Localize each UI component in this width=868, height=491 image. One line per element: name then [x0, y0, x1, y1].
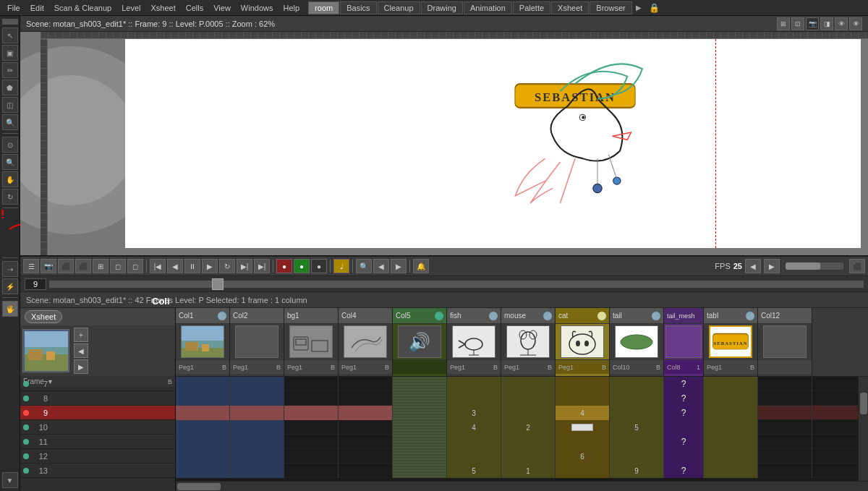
pb-color1[interactable]: ● [276, 259, 292, 273]
v-scroll-thumb[interactable] [860, 393, 867, 414]
cell-10-col5[interactable] [393, 420, 447, 435]
pb-render1[interactable]: ⬛ [58, 259, 74, 273]
menu-level[interactable]: Level [117, 2, 145, 14]
pb-prev[interactable]: ◀ [167, 259, 183, 273]
cell-10-col2[interactable] [230, 420, 284, 435]
menu-view[interactable]: View [209, 2, 235, 14]
pb-bbox2[interactable]: ◻ [127, 259, 143, 273]
pb-render2[interactable]: ⬛ [75, 259, 91, 273]
cell-13-fish[interactable]: 5 [447, 464, 501, 478]
menu-xsheet[interactable]: Xsheet [147, 2, 180, 14]
pb-play[interactable]: ▶ [202, 259, 218, 273]
tail-eye[interactable] [652, 312, 660, 320]
cell-9-col5[interactable] [393, 406, 447, 420]
cell-13-cat[interactable] [556, 464, 610, 478]
cell-8-col5[interactable] [393, 391, 447, 406]
tab-browser[interactable]: Browser [590, 1, 631, 14]
fps-up[interactable]: ▶ [764, 259, 780, 273]
cell-12-fish[interactable] [447, 449, 501, 464]
cell-8-mouse[interactable] [501, 391, 556, 406]
cell-11-cat[interactable] [556, 435, 610, 449]
cell-9-col12[interactable] [758, 406, 812, 420]
cell-10-fish[interactable]: 4 [447, 420, 501, 435]
tab-room[interactable]: room [308, 1, 339, 14]
pb-yellow[interactable]: ♩ [333, 259, 349, 273]
pb-arrow-l[interactable]: ◀ [373, 259, 389, 273]
cell-11-tabl[interactable] [704, 435, 758, 449]
xs-prev-btn[interactable]: ◀ [74, 343, 88, 358]
cell-8-cat[interactable] [556, 391, 610, 406]
cell-12-tail-mesh[interactable] [664, 449, 704, 464]
pb-end[interactable]: ⬛ [849, 259, 865, 273]
info-btn-4[interactable]: 👁 [835, 17, 848, 30]
cell-8-tabl[interactable] [704, 391, 758, 406]
tool-chevron-down[interactable]: ▼ [2, 472, 18, 488]
cell-11-bg1[interactable] [284, 435, 339, 449]
cell-13-tail[interactable]: 9 [610, 464, 664, 478]
cell-7-col4[interactable] [339, 377, 393, 391]
frame-scrubber[interactable] [49, 281, 864, 288]
tab-palette[interactable]: Palette [513, 1, 550, 14]
cell-13-tail-mesh[interactable]: ? [664, 464, 704, 478]
menu-help[interactable]: Help [278, 2, 304, 14]
tab-xsheet2[interactable]: Xsheet [551, 1, 589, 14]
tab-cleanup[interactable]: Cleanup [378, 1, 420, 14]
cell-12-mouse[interactable] [501, 449, 556, 464]
pb-pause[interactable]: ⏸ [184, 259, 200, 273]
cell-9-tabl[interactable] [704, 406, 758, 420]
cell-12-tabl[interactable] [704, 449, 758, 464]
cell-12-col2[interactable] [230, 449, 284, 464]
cell-13-tabl[interactable] [704, 464, 758, 478]
cell-10-tail[interactable]: 5 [610, 420, 664, 435]
cell-11-tail-mesh[interactable]: ? [664, 435, 704, 449]
cell-13-col12[interactable] [758, 464, 812, 478]
v-scrollbar[interactable] [858, 377, 868, 481]
tool-eraser[interactable]: ◫ [2, 97, 18, 113]
col1-eye[interactable] [218, 312, 226, 320]
frame-number-input[interactable] [25, 278, 46, 290]
tool-fill[interactable]: ⬟ [2, 80, 18, 95]
cell-12-cat[interactable]: 6 [556, 449, 610, 464]
cell-12-bg1[interactable] [284, 449, 339, 464]
pb-bell[interactable]: 🔔 [413, 259, 429, 273]
info-btn-2[interactable]: ⊡ [791, 17, 804, 30]
h-scroll-thumb[interactable] [177, 483, 221, 490]
cell-8-col2[interactable] [230, 391, 284, 406]
pb-last[interactable]: ▶| [254, 259, 270, 273]
cell-11-col1[interactable] [176, 435, 230, 449]
cell-8-bg1[interactable] [284, 391, 339, 406]
fish-eye[interactable] [489, 312, 498, 320]
pb-loop[interactable]: ↻ [219, 259, 235, 273]
cell-11-fish[interactable] [447, 435, 501, 449]
cell-8-tail[interactable] [610, 391, 664, 406]
cell-12-col4[interactable] [339, 449, 393, 464]
cell-7-fish[interactable] [447, 377, 501, 391]
cell-10-col4[interactable] [339, 420, 393, 435]
cell-10-mouse[interactable]: 2 [501, 420, 556, 435]
tool-arrow[interactable]: ↖ [2, 27, 18, 43]
cell-8-col12[interactable] [758, 391, 812, 406]
canvas-inner[interactable]: SEBASTIAN [125, 39, 861, 248]
cell-10-tabl[interactable] [704, 420, 758, 435]
cell-8-fish[interactable] [447, 391, 501, 406]
cell-9-mouse[interactable] [501, 406, 556, 420]
cell-11-col2[interactable] [230, 435, 284, 449]
tool-peg[interactable]: 🖐 [2, 301, 18, 317]
info-btn-5[interactable]: 👁 [849, 17, 862, 30]
pb-search[interactable]: 🔍 [356, 259, 372, 273]
cell-7-cat[interactable] [556, 377, 610, 391]
pb-first[interactable]: |◀ [150, 259, 166, 273]
cell-10-cat[interactable] [556, 420, 610, 435]
tab-more[interactable]: ▶ [633, 1, 644, 14]
frame-thumb[interactable] [212, 278, 224, 290]
xsheet-label[interactable]: Xsheet [25, 310, 62, 323]
pb-grid[interactable]: ⊞ [93, 259, 109, 273]
mouse-eye[interactable] [543, 312, 552, 320]
cell-13-bg1[interactable] [284, 464, 339, 478]
cell-9-col2[interactable] [230, 406, 284, 420]
cell-13-col4[interactable] [339, 464, 393, 478]
tab-drawing[interactable]: Drawing [421, 1, 463, 14]
cell-13-col1[interactable] [176, 464, 230, 478]
cell-12-col5[interactable] [393, 449, 447, 464]
cell-12-tail[interactable] [610, 449, 664, 464]
